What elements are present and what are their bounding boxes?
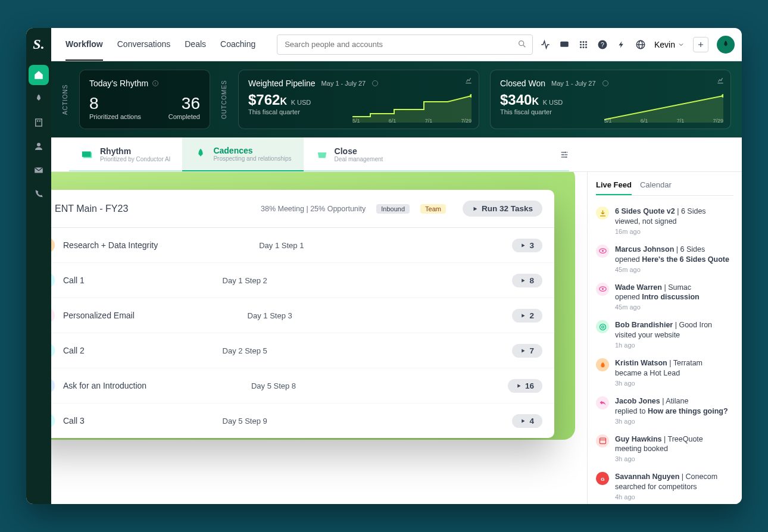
body: ACTIONS Today's Rhythm i 8Prioritized ac… xyxy=(26,61,742,504)
step-day: Day 1 Step 3 xyxy=(248,311,292,320)
feed-item[interactable]: Kristin Watson | Terratambecame a Hot Le… xyxy=(596,353,733,392)
step-count: 3 xyxy=(529,241,534,250)
sidebar-rocket[interactable] xyxy=(29,89,49,109)
tab-cadences-title: Cadences xyxy=(213,146,291,155)
step-count: 2 xyxy=(529,311,534,320)
run-tasks-button[interactable]: Run 32 Tasks xyxy=(463,201,542,217)
outcomes-label: OUTCOMES xyxy=(221,70,227,129)
cadence-step-row[interactable]: Call 2 Day 2 Step 5 7 xyxy=(51,333,554,368)
feed-tab-calendar[interactable]: Calendar xyxy=(640,180,672,195)
step-run-button[interactable]: 3 xyxy=(512,239,542,252)
cadence-step-row[interactable]: Personalized Email Day 1 Step 3 2 xyxy=(51,298,554,333)
dialpad-icon[interactable] xyxy=(578,39,589,50)
feed-item[interactable]: 6 Sides Quote v2 | 6 Sidesviewed, not si… xyxy=(596,202,733,240)
svg-point-4 xyxy=(582,41,584,43)
cadence-step-row[interactable]: Call 1 Day 1 Step 2 8 xyxy=(51,263,554,298)
cadence-step-row[interactable]: Call 3 Day 5 Step 9 4 xyxy=(51,403,554,438)
globe-icon[interactable] xyxy=(635,39,646,50)
svg-point-42 xyxy=(601,326,604,328)
play-icon xyxy=(520,243,526,248)
cadence-step-row[interactable]: Ask for an Introduction Day 5 Step 8 16 xyxy=(51,368,554,403)
sidebar-accounts[interactable] xyxy=(29,112,49,133)
svg-line-1 xyxy=(523,45,525,47)
tab-close[interactable]: CloseDeal management xyxy=(304,138,411,171)
help-icon[interactable]: ? xyxy=(597,39,608,50)
feed-item[interactable]: Bob Brandishier | Good Ironvisited your … xyxy=(596,315,733,353)
step-run-button[interactable]: 4 xyxy=(512,414,542,428)
sidebar-people[interactable] xyxy=(29,136,49,157)
avatar[interactable] xyxy=(717,36,735,54)
user-menu[interactable]: Kevin xyxy=(654,40,685,49)
search xyxy=(277,35,533,55)
center-col: ENT Main - FY23 38% Meeting | 25% Opport… xyxy=(51,172,587,504)
feed-text: Kristin Watson | Terratambecame a Hot Le… xyxy=(615,358,703,378)
add-button[interactable] xyxy=(693,37,708,52)
tab-close-sub: Deal management xyxy=(335,156,383,162)
step-name: Call 2 xyxy=(63,346,85,355)
feed-item[interactable]: Marcus Johnson | 6 Sidesopened Here's th… xyxy=(596,240,733,278)
feed-item[interactable]: Jacob Jones | Atilanereplied to How are … xyxy=(596,392,733,430)
completed-count: 36 xyxy=(168,94,200,113)
nav-conversations[interactable]: Conversations xyxy=(117,29,171,61)
nav-deals[interactable]: Deals xyxy=(185,29,206,61)
cadence-step-row[interactable]: Research + Data Integrity Day 1 Step 1 3 xyxy=(51,228,554,263)
step-count: 7 xyxy=(529,346,534,355)
tag-team: Team xyxy=(420,204,446,214)
info-icon: i xyxy=(152,80,159,87)
tag-inbound: Inbound xyxy=(376,204,410,214)
play-icon xyxy=(520,418,526,424)
rhythm-card[interactable]: Today's Rhythm i 8Prioritized actions 36… xyxy=(79,70,210,129)
feed-icon-target xyxy=(596,320,609,333)
top-nav: Workflow Conversations Deals Coaching xyxy=(58,29,255,61)
search-input[interactable] xyxy=(277,35,533,55)
svg-point-6 xyxy=(580,43,582,45)
step-run-button[interactable]: 16 xyxy=(508,379,542,393)
svg-point-11 xyxy=(585,46,587,48)
rhythm-title: Today's Rhythm i xyxy=(89,79,200,88)
brand-logo: S. xyxy=(26,28,51,61)
feed-item[interactable]: Wade Warren | Sumacopened Intro discussi… xyxy=(596,278,733,316)
svg-point-9 xyxy=(580,46,582,48)
feed-item[interactable]: Guy Hawkins | TreeQuotemeeting booked 3h… xyxy=(596,430,733,468)
step-icon-call xyxy=(51,413,55,428)
feed-tab-live[interactable]: Live Feed xyxy=(596,180,632,195)
cadence-header: ENT Main - FY23 38% Meeting | 25% Opport… xyxy=(51,190,554,228)
chart-icon xyxy=(716,76,725,85)
plus-icon xyxy=(697,40,705,49)
step-run-button[interactable]: 8 xyxy=(512,274,542,287)
svg-rect-29 xyxy=(82,151,91,157)
pipeline-xticks: 5/16/17/17/29 xyxy=(352,118,472,124)
won-card[interactable]: Closed Won May 1 - July 27 $340K K USD T… xyxy=(490,70,731,129)
nav-workflow[interactable]: Workflow xyxy=(65,29,103,61)
activity-icon[interactable] xyxy=(540,39,551,50)
feed-time: 3h ago xyxy=(615,380,703,387)
step-day: Day 1 Step 1 xyxy=(259,241,304,250)
tabs-settings[interactable] xyxy=(560,150,569,159)
feed-tabs: Live Feed Calendar xyxy=(596,180,733,196)
step-name: Ask for an Introduction xyxy=(63,381,146,390)
step-run-button[interactable]: 2 xyxy=(512,309,542,323)
sidebar-home[interactable] xyxy=(29,65,49,85)
bolt-icon[interactable] xyxy=(616,39,627,50)
svg-rect-19 xyxy=(39,120,40,121)
feed-column: Live Feed Calendar 6 Sides Quote v2 | 6 … xyxy=(587,172,742,504)
feed-icon-cal xyxy=(596,434,609,447)
feed-icon-g: G xyxy=(596,472,609,485)
feed-item[interactable]: G Savannah Nguyen | Conecomsearched for … xyxy=(596,467,733,504)
tab-rhythm[interactable]: RhythmPrioritized by Conductor AI xyxy=(69,138,182,171)
step-run-button[interactable]: 7 xyxy=(512,344,542,358)
main: ACTIONS Today's Rhythm i 8Prioritized ac… xyxy=(51,61,742,504)
play-icon xyxy=(520,348,526,353)
hero: ACTIONS Today's Rhythm i 8Prioritized ac… xyxy=(51,61,742,137)
svg-point-26 xyxy=(602,81,608,86)
info-icon xyxy=(371,80,379,87)
pipeline-card[interactable]: Weighted Pipeline May 1 - July 27 $762K … xyxy=(238,70,479,129)
tab-rhythm-title: Rhythm xyxy=(100,146,170,156)
nav-coaching[interactable]: Coaching xyxy=(220,29,255,61)
svg-point-3 xyxy=(580,41,582,43)
sidebar-email[interactable] xyxy=(29,160,49,180)
tab-cadences[interactable]: CadencesProspecting and relationships xyxy=(182,137,303,171)
sidebar-phone[interactable] xyxy=(29,184,49,204)
actions-label: ACTIONS xyxy=(62,70,68,129)
chat-icon[interactable] xyxy=(559,39,570,50)
